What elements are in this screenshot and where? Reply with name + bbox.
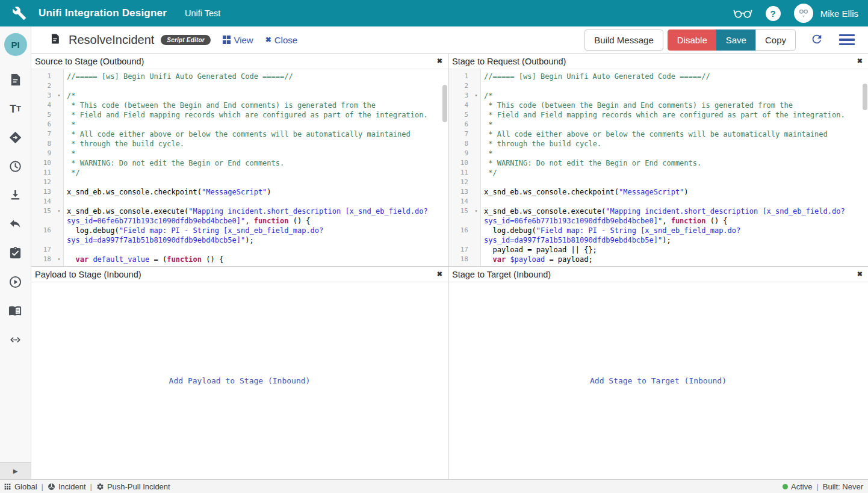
glasses-icon[interactable]	[733, 7, 752, 19]
code-line: 16 log.debug("Field map: PI - String [x_…	[448, 226, 868, 245]
code-line: 14	[448, 197, 868, 206]
download-icon[interactable]	[8, 188, 22, 202]
panel-body: 1//===== [ws] Begin Unifi Auto Generated…	[31, 69, 448, 266]
fold-gutter	[471, 101, 481, 110]
scrollbar-thumb[interactable]	[442, 85, 447, 122]
line-number: 12	[31, 178, 54, 187]
process-item[interactable]: Push-Pull Incident	[96, 482, 170, 491]
toolbar-actions: Build Message Disable Save Copy	[584, 29, 860, 51]
line-number: 11	[448, 168, 471, 178]
code-line: 12	[31, 178, 448, 187]
code-line: 2	[448, 81, 868, 91]
refresh-button[interactable]	[810, 33, 823, 48]
view-button[interactable]: View	[223, 35, 253, 45]
code-text: log.debug("Field map: PI - String [x_snd…	[481, 226, 868, 245]
panel-title: Payload to Stage (Inbound)	[35, 270, 141, 279]
play-circle-icon[interactable]	[8, 275, 22, 289]
tasks-check-icon[interactable]	[8, 246, 22, 260]
text-format-icon[interactable]: TT	[8, 102, 22, 116]
code-line: 15▾x_snd_eb.ws_console.execute("Mapping …	[448, 206, 868, 226]
fold-gutter	[54, 197, 64, 206]
line-number: 8	[448, 139, 471, 149]
fold-gutter	[471, 72, 481, 81]
separator: |	[90, 482, 92, 491]
menu-button[interactable]	[839, 34, 855, 45]
grid-view-icon	[223, 36, 231, 44]
disable-button[interactable]: Disable	[668, 29, 717, 51]
panel-close-icon[interactable]: ✖	[857, 270, 863, 278]
script-editor-badge: Script Editor	[161, 35, 211, 45]
fold-gutter	[471, 245, 481, 255]
fold-gutter	[54, 101, 64, 110]
line-number: 2	[31, 81, 54, 91]
script-panels-grid: Source to Stage (Outbound) ✖ 1//===== [w…	[31, 54, 868, 479]
chevron-right-icon: ▶	[13, 468, 18, 474]
book-icon[interactable]	[8, 304, 22, 318]
fold-gutter	[471, 168, 481, 178]
code-text: * WARNING: Do not edit the Begin or End …	[481, 158, 868, 168]
history-icon[interactable]	[8, 160, 22, 173]
add-payload-to-stage-link[interactable]: Add Payload to Stage (Inbound)	[169, 376, 311, 385]
close-record-button[interactable]: ✖ Close	[265, 35, 297, 45]
line-number: 18	[31, 255, 54, 264]
code-line: 12	[448, 178, 868, 187]
help-icon[interactable]: ?	[766, 6, 781, 21]
fold-gutter	[471, 81, 481, 91]
line-number: 17	[31, 245, 54, 255]
code-line: 5 * Field and Field mapping records whic…	[448, 110, 868, 120]
fold-gutter	[54, 168, 64, 178]
app-window: Unifi Integration Designer Unifi Test ? …	[0, 0, 868, 493]
code-line: 4 * This code (between the Begin and End…	[448, 101, 868, 110]
build-message-button[interactable]: Build Message	[584, 29, 663, 51]
fold-toggle-icon[interactable]: ▾	[471, 206, 481, 226]
save-button[interactable]: Save	[716, 29, 756, 51]
panel-close-icon[interactable]: ✖	[437, 270, 442, 278]
directions-icon[interactable]	[8, 131, 22, 144]
code-text	[481, 197, 868, 206]
line-number: 16	[448, 226, 471, 245]
code-text: * Field and Field mapping records which …	[64, 110, 448, 120]
fold-gutter	[471, 120, 481, 129]
panel-source-to-stage: Source to Stage (Outbound) ✖ 1//===== [w…	[31, 54, 448, 267]
fold-gutter	[471, 187, 481, 197]
wrench-icon	[12, 6, 26, 20]
code-text	[481, 178, 868, 187]
fold-toggle-icon[interactable]: ▾	[471, 91, 481, 101]
record-title: ResolveIncident	[69, 33, 154, 47]
apps-grid-icon	[4, 483, 11, 491]
fold-gutter	[54, 158, 64, 168]
sidebar-collapse-toggle[interactable]: ▶	[0, 462, 31, 479]
integration-avatar[interactable]: PI	[4, 33, 27, 56]
document-icon[interactable]	[8, 73, 22, 87]
line-number: 14	[31, 197, 54, 206]
code-text: x_snd_eb.ws_console.checkpoint("MessageS…	[481, 187, 868, 197]
code-line: 6 *	[31, 120, 448, 129]
panel-payload-to-stage: Payload to Stage (Inbound) ✖ Add Payload…	[31, 267, 448, 479]
scrollbar-thumb[interactable]	[863, 84, 867, 110]
undo-icon[interactable]	[8, 217, 22, 231]
copy-button[interactable]: Copy	[755, 29, 796, 51]
code-line: 11 */	[448, 168, 868, 178]
code-line: 2	[31, 81, 448, 91]
table-item[interactable]: Incident	[48, 482, 86, 491]
code-text: * This code (between the Begin and End c…	[481, 101, 868, 110]
fold-toggle-icon[interactable]: ▾	[54, 91, 64, 101]
fold-toggle-icon[interactable]: ▾	[54, 255, 64, 264]
code-text	[64, 197, 448, 206]
code-text	[64, 81, 448, 91]
avatar[interactable]	[794, 4, 813, 23]
fold-toggle-icon[interactable]: ▾	[54, 206, 64, 226]
code-icon[interactable]	[8, 333, 22, 347]
scope-item[interactable]: Global	[4, 482, 37, 491]
panel-close-icon[interactable]: ✖	[437, 57, 442, 65]
panel-close-icon[interactable]: ✖	[857, 57, 863, 65]
line-number: 13	[31, 187, 54, 197]
code-text: //===== [ws] Begin Unifi Auto Generated …	[481, 72, 868, 81]
panel-title: Stage to Target (Inbound)	[452, 270, 551, 279]
add-stage-to-target-link[interactable]: Add Stage to Target (Inbound)	[590, 376, 727, 385]
line-number: 14	[448, 197, 471, 206]
code-editor-stage-to-request[interactable]: 1//===== [ws] Begin Unifi Auto Generated…	[448, 69, 868, 266]
code-editor-source-to-stage[interactable]: 1//===== [ws] Begin Unifi Auto Generated…	[31, 69, 448, 266]
line-number: 17	[448, 245, 471, 255]
line-number: 1	[31, 72, 54, 81]
